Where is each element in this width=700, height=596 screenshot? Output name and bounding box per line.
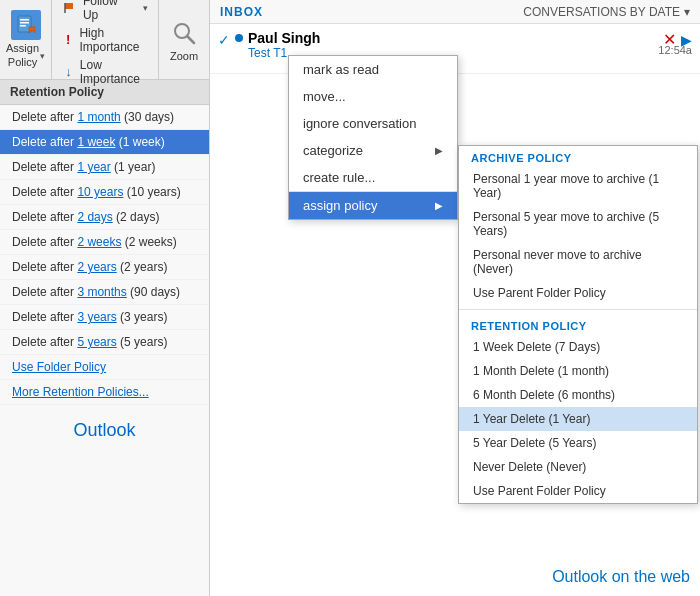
zoom-label: Zoom <box>170 50 198 62</box>
email-checkmark-icon: ✓ <box>218 32 230 48</box>
categorize-submenu-arrow: ▶ <box>435 145 443 156</box>
inbox-label: INBOX <box>220 5 263 19</box>
context-menu-move[interactable]: move... <box>289 83 457 110</box>
context-menu: mark as read move... ignore conversation… <box>288 55 458 220</box>
list-item[interactable]: Delete after 1 year (1 year) <box>0 155 209 180</box>
retention-policy-list: Delete after 1 month (30 days) Delete af… <box>0 105 209 405</box>
context-menu-categorize[interactable]: categorize ▶ <box>289 137 457 164</box>
inbox-header-bar: INBOX CONVERSATIONS BY DATE ▾ <box>210 0 700 24</box>
assign-policy-label: AssignPolicy <box>6 42 39 68</box>
assign-policy-icon <box>11 10 41 40</box>
low-importance-button[interactable]: ↓ Low Importance <box>60 57 150 87</box>
conversations-sort[interactable]: CONVERSATIONS BY DATE ▾ <box>523 5 690 19</box>
unread-indicator <box>235 34 243 42</box>
email-time: 12:54a <box>658 44 692 56</box>
list-item[interactable]: Delete after 1 month (30 days) <box>0 105 209 130</box>
context-menu-create-rule[interactable]: create rule... <box>289 164 457 191</box>
submenu-item-never-delete[interactable]: Never Delete (Never) <box>459 455 697 479</box>
low-importance-label: Low Importance <box>80 58 148 86</box>
svg-rect-1 <box>20 19 29 21</box>
list-item[interactable]: Delete after 2 weeks (2 weeks) <box>0 230 209 255</box>
submenu-item-1week-delete[interactable]: 1 Week Delete (7 Days) <box>459 335 697 359</box>
context-menu-mark-as-read[interactable]: mark as read <box>289 56 457 83</box>
follow-up-button[interactable]: Follow Up ▾ <box>60 0 150 23</box>
list-item[interactable]: Delete after 3 months (90 days) <box>0 280 209 305</box>
follow-up-arrow[interactable]: ▾ <box>143 3 148 13</box>
svg-marker-4 <box>29 27 35 33</box>
list-item[interactable]: Delete after 2 years (2 years) <box>0 255 209 280</box>
svg-rect-5 <box>65 3 73 9</box>
submenu-item-parent-folder[interactable]: Use Parent Folder Policy <box>459 479 697 503</box>
submenu-item-1month-delete[interactable]: 1 Month Delete (1 month) <box>459 359 697 383</box>
ribbon-toolbar: AssignPolicy ▾ Follow Up ▾ ! H <box>0 0 209 80</box>
submenu-item-6month-delete[interactable]: 6 Month Delete (6 months) <box>459 383 697 407</box>
assign-policy-submenu-arrow: ▶ <box>435 200 443 211</box>
svg-line-8 <box>187 36 194 43</box>
conversations-label-text: CONVERSATIONS BY DATE <box>523 5 680 19</box>
follow-up-label: Follow Up <box>83 0 136 22</box>
zoom-icon <box>169 18 199 48</box>
context-menu-assign-policy[interactable]: assign policy ▶ <box>289 192 457 219</box>
email-sender: Paul Singh <box>248 30 692 46</box>
submenu-item-5year-delete[interactable]: 5 Year Delete (5 Years) <box>459 431 697 455</box>
context-menu-ignore-conversation[interactable]: ignore conversation <box>289 110 457 137</box>
list-item-active[interactable]: Delete after 1 week (1 week) <box>0 130 209 155</box>
submenu-item-archive-never[interactable]: Personal never move to archive (Never) <box>459 243 697 281</box>
submenu-item-archive-parent-folder[interactable]: Use Parent Folder Policy <box>459 281 697 305</box>
conversations-sort-arrow[interactable]: ▾ <box>684 5 690 19</box>
list-item[interactable]: Delete after 3 years (3 years) <box>0 305 209 330</box>
zoom-button[interactable]: Zoom <box>158 0 209 79</box>
outlook-brand: Outlook <box>0 405 209 456</box>
list-item[interactable]: Delete after 2 days (2 days) <box>0 205 209 230</box>
assign-policy-dropdown-arrow[interactable]: ▾ <box>40 51 45 61</box>
assign-policy-button[interactable]: AssignPolicy ▾ <box>0 0 52 79</box>
submenu-item-1year-delete[interactable]: 1 Year Delete (1 Year) <box>459 407 697 431</box>
low-importance-icon: ↓ <box>62 64 75 80</box>
svg-rect-2 <box>20 22 29 24</box>
use-folder-policy-item[interactable]: Use Folder Policy <box>0 355 209 380</box>
archive-policy-section-header: ARCHIVE POLICY <box>459 146 697 167</box>
retention-policy-section: Retention Policy Delete after 1 month (3… <box>0 80 209 405</box>
svg-rect-3 <box>20 25 26 27</box>
list-item[interactable]: Delete after 5 years (5 years) <box>0 330 209 355</box>
submenu-divider <box>459 309 697 310</box>
submenu-item-archive-1year[interactable]: Personal 1 year move to archive (1 Year) <box>459 167 697 205</box>
list-item[interactable]: Delete after 10 years (10 years) <box>0 180 209 205</box>
high-importance-button[interactable]: ! High Importance <box>60 25 150 55</box>
left-panel: AssignPolicy ▾ Follow Up ▾ ! H <box>0 0 210 596</box>
high-importance-label: High Importance <box>79 26 148 54</box>
outlook-web-brand: Outlook on the web <box>552 568 690 586</box>
main-email-area: INBOX CONVERSATIONS BY DATE ▾ ✓ Paul Sin… <box>210 0 700 596</box>
follow-up-icon <box>62 0 78 16</box>
more-retention-policies-item[interactable]: More Retention Policies... <box>0 380 209 405</box>
retention-policy-section-header: RETENTION POLICY <box>459 314 697 335</box>
assign-policy-submenu: ARCHIVE POLICY Personal 1 year move to a… <box>458 145 698 504</box>
submenu-item-archive-5year[interactable]: Personal 5 year move to archive (5 Years… <box>459 205 697 243</box>
ribbon-flags-section: Follow Up ▾ ! High Importance ↓ Low Impo… <box>52 0 158 79</box>
high-importance-icon: ! <box>62 32 74 48</box>
